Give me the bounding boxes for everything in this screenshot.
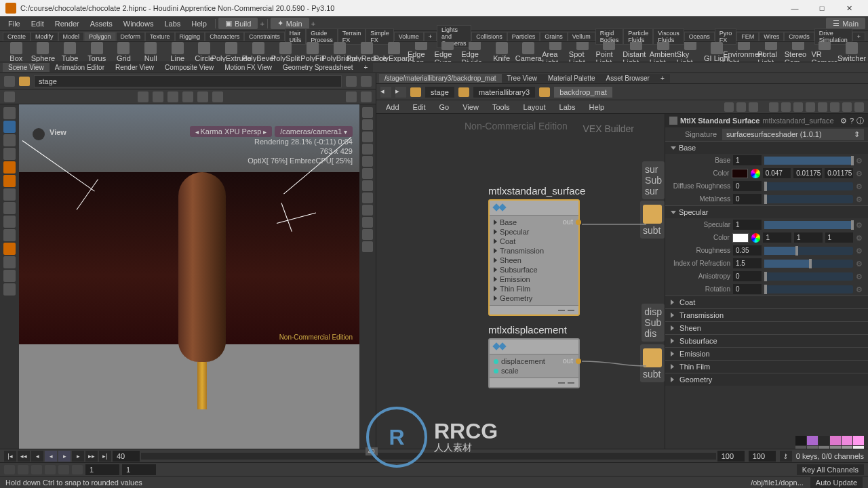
base-value[interactable]: 1: [733, 155, 762, 165]
right-tab[interactable]: +: [655, 74, 670, 83]
drough-value[interactable]: 0: [733, 181, 762, 191]
parm-group[interactable]: Thin Film: [665, 361, 868, 373]
gear-icon[interactable]: ⚙: [840, 117, 847, 125]
shelf-tool[interactable]: PolyExpand: [380, 42, 408, 62]
vp-tool-icon[interactable]: [167, 92, 178, 102]
disp-tool-icon[interactable]: [362, 217, 373, 228]
parm-node-name[interactable]: mtlxstandard_surface: [762, 117, 833, 125]
color-g[interactable]: 0.01175: [793, 168, 822, 178]
radial-add[interactable]: +: [311, 20, 315, 28]
last-frame-button[interactable]: ▸|: [99, 451, 111, 462]
shelf-tool[interactable]: Sphere: [30, 42, 57, 62]
desktop-add[interactable]: +: [260, 20, 264, 28]
play-button[interactable]: ▸: [58, 451, 71, 462]
rotate-tool-icon[interactable]: [3, 148, 16, 160]
shelf-tool[interactable]: Camera: [515, 42, 542, 62]
key-all-button[interactable]: Key All Channels: [797, 464, 864, 475]
shelf-tool[interactable]: Line: [164, 42, 191, 62]
crumb-stage[interactable]: stage: [425, 87, 454, 98]
pane-tab[interactable]: Geometry Spreadsheet: [277, 63, 358, 72]
net-menu-item[interactable]: Edit: [408, 103, 431, 111]
scolor-g[interactable]: 1: [794, 232, 823, 243]
camera-chip[interactable]: /cameras/camera1 ▾: [275, 126, 353, 137]
node-input[interactable]: Sheen: [494, 256, 574, 265]
right-tab[interactable]: Tree View: [502, 74, 542, 83]
ior-value[interactable]: 1.5: [733, 258, 762, 268]
next-key-button[interactable]: ▸▸: [85, 451, 98, 462]
lock-icon[interactable]: [3, 121, 16, 133]
parm-group[interactable]: Geometry: [665, 373, 868, 386]
rough-slider[interactable]: [764, 247, 853, 255]
metal-value[interactable]: 0: [733, 194, 762, 204]
disp-tool-icon[interactable]: [362, 229, 373, 240]
radial-selector[interactable]: ✦Main: [271, 18, 309, 29]
net-menu-item[interactable]: View: [457, 103, 484, 111]
shelf-tab[interactable]: Create: [3, 32, 31, 41]
node-input[interactable]: Emission: [494, 274, 574, 284]
node-input[interactable]: Transmission: [494, 246, 574, 256]
shelf-tool[interactable]: Box: [3, 42, 30, 62]
nav-fwd-icon[interactable]: ▸: [395, 87, 406, 98]
shelf-tool[interactable]: Sky Light: [677, 42, 704, 62]
ior-slider[interactable]: [764, 260, 853, 268]
parm-group[interactable]: Coat: [665, 296, 868, 308]
shelf-tool[interactable]: Area Light: [542, 42, 569, 62]
desktop-selector[interactable]: ▣Build: [218, 18, 258, 29]
net-tool-icon[interactable]: [736, 102, 746, 112]
net-menu-item[interactable]: Add: [380, 103, 405, 111]
node-input[interactable]: Geometry: [494, 293, 574, 303]
spec-value[interactable]: 1: [733, 220, 762, 230]
shelf-tool[interactable]: Environment Light: [730, 42, 757, 62]
color-b[interactable]: 0.01175: [825, 168, 853, 178]
gear-icon[interactable]: ⚙: [856, 221, 864, 229]
shelf-tab[interactable]: Volume: [394, 32, 424, 41]
shelf-tool[interactable]: Edge Divide: [461, 42, 488, 62]
shelf-tab[interactable]: Constraints: [244, 32, 285, 41]
disp-tool-icon[interactable]: [362, 156, 373, 167]
folder-icon[interactable]: [19, 77, 30, 86]
status-path[interactable]: /obj/file1/dopn...: [751, 479, 804, 487]
shelf-tab[interactable]: Crowds: [784, 32, 814, 41]
vp-tool-icon[interactable]: [346, 92, 357, 102]
folder-icon[interactable]: [458, 87, 469, 97]
swatch[interactable]: [807, 436, 818, 445]
range-end1[interactable]: 100: [717, 451, 745, 462]
shelf-tab[interactable]: Polygon: [84, 32, 116, 41]
menu-help[interactable]: Help: [186, 20, 212, 28]
menu-file[interactable]: File: [3, 20, 26, 28]
parm-group[interactable]: Sheen: [665, 322, 868, 334]
pane-tab[interactable]: Motion FX View: [219, 63, 277, 72]
swatch[interactable]: [842, 436, 852, 445]
brush-tool-icon[interactable]: [3, 229, 16, 241]
snap-tool-icon[interactable]: [3, 188, 16, 201]
pb-icon[interactable]: [58, 465, 69, 474]
shelf-tool[interactable]: Switcher: [838, 42, 865, 62]
gear-icon[interactable]: ⚙: [856, 247, 864, 255]
gear-icon[interactable]: ⚙: [856, 260, 864, 268]
shelf-tab[interactable]: +: [852, 32, 865, 41]
crumb-backdrop[interactable]: backdrop_mat: [554, 87, 612, 98]
disp-tool-icon[interactable]: [362, 241, 373, 252]
vp-tool-icon[interactable]: [361, 92, 372, 102]
vp-tool-icon[interactable]: [182, 92, 193, 102]
displacement-node[interactable]: out displacementscale: [488, 338, 580, 388]
render-tool-icon[interactable]: [3, 256, 16, 268]
constr-tool-icon[interactable]: [3, 202, 16, 214]
shelf-tool[interactable]: Point Light: [596, 42, 623, 62]
swatch[interactable]: [795, 436, 806, 445]
aniso-slider[interactable]: [764, 272, 853, 281]
maximize-button[interactable]: □: [808, 0, 835, 16]
menu-windows[interactable]: Windows: [118, 20, 159, 28]
shelf-tab[interactable]: Particles: [507, 32, 540, 41]
help-icon[interactable]: ?: [850, 117, 854, 125]
vp-tool-icon[interactable]: [4, 92, 15, 102]
vp-tool-icon[interactable]: [212, 92, 223, 102]
right-tab[interactable]: /stage/materiallibrary3/backdrop_mat: [379, 74, 502, 83]
net-menu-item[interactable]: Tools: [487, 103, 515, 111]
shelf-tool[interactable]: Tube: [56, 42, 83, 62]
shelf-tool[interactable]: Null: [137, 42, 164, 62]
renderer-chip[interactable]: ◂ Karma XPU Persp ▸: [190, 126, 272, 137]
shelf-tool[interactable]: VR Camera: [811, 42, 838, 62]
first-frame-button[interactable]: |◂: [4, 451, 16, 462]
color-wheel-icon[interactable]: [751, 169, 760, 178]
